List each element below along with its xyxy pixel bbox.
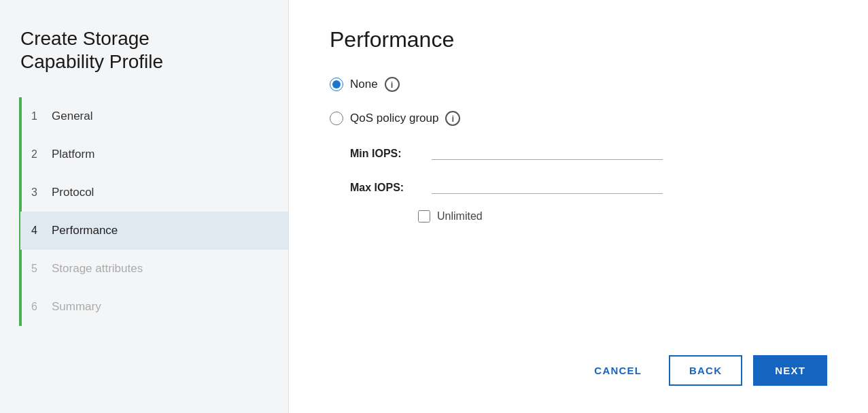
step-label: Performance [52,224,118,237]
min-iops-input[interactable] [432,142,663,160]
none-radio[interactable] [330,78,343,91]
qos-section: QoS policy group i Min IOPS: Max IOPS: U… [330,111,827,222]
footer: CANCEL BACK NEXT [330,342,827,386]
step-label: Storage attributes [52,262,143,276]
step-label: General [52,110,92,123]
unlimited-row: Unlimited [418,210,827,222]
sidebar-title: Create StorageCapability Profile [20,27,288,73]
qos-info-icon[interactable]: i [445,111,460,126]
step-item-performance[interactable]: 4Performance [20,212,288,250]
cancel-button[interactable]: CANCEL [578,355,658,386]
max-iops-label: Max IOPS: [350,182,418,194]
step-item-storage-attributes[interactable]: 5Storage attributes [20,250,288,288]
sidebar: Create StorageCapability Profile 1Genera… [0,0,289,413]
step-label: Platform [52,148,94,161]
step-item-platform[interactable]: 2Platform [20,135,288,174]
qos-label: QoS policy group [350,112,438,125]
form-section: None i QoS policy group i Min IOPS: Max … [330,77,827,342]
max-iops-row: Max IOPS: [350,176,827,194]
main-content: Performance None i QoS policy group i Mi… [289,0,868,413]
step-number: 4 [31,225,44,237]
none-info-icon[interactable]: i [385,77,400,92]
min-iops-label: Min IOPS: [350,148,418,160]
step-number: 1 [31,110,44,122]
step-item-protocol[interactable]: 3Protocol [20,174,288,212]
next-button[interactable]: NEXT [753,355,827,386]
step-label: Summary [52,300,101,314]
qos-option-row: QoS policy group i [330,111,827,126]
steps-nav: 1General2Platform3Protocol4Performance5S… [20,97,288,326]
qos-radio[interactable] [330,112,343,125]
min-iops-row: Min IOPS: [350,142,827,160]
unlimited-label: Unlimited [437,210,483,222]
max-iops-input[interactable] [432,176,663,194]
none-label: None [350,78,378,91]
step-number: 6 [31,301,44,313]
step-item-general[interactable]: 1General [20,97,288,135]
step-item-summary[interactable]: 6Summary [20,288,288,326]
none-option-row: None i [330,77,827,92]
page-title: Performance [330,27,827,52]
step-number: 3 [31,186,44,199]
step-number: 2 [31,148,44,161]
step-label: Protocol [52,186,94,199]
step-number: 5 [31,263,44,275]
unlimited-checkbox[interactable] [418,210,430,222]
back-button[interactable]: BACK [669,355,742,386]
